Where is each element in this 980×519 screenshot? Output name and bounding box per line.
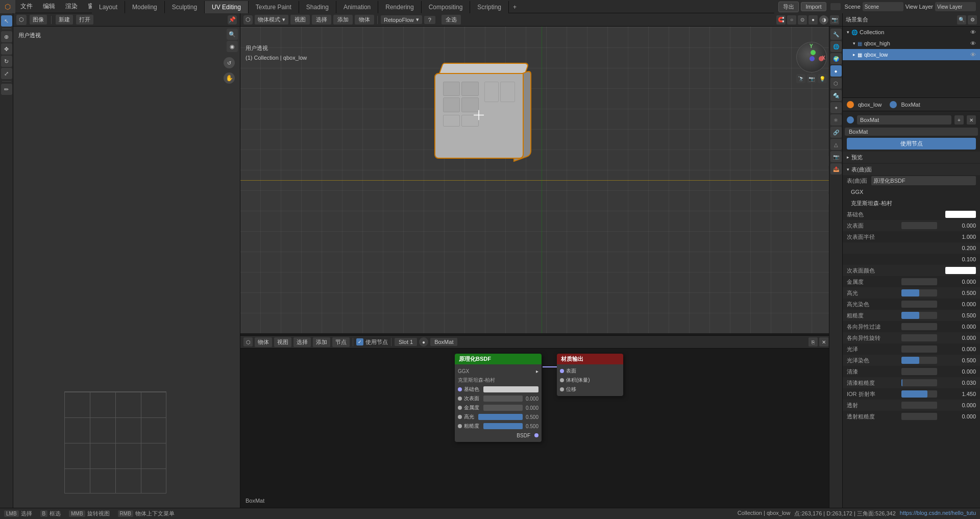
uv-zoom-btn[interactable]: 🔍: [227, 29, 238, 40]
prop-tab-physics[interactable]: ⚛: [830, 114, 842, 126]
scene-tree-qbox-high[interactable]: ▾ ▦ qbox_high 👁: [843, 38, 980, 49]
prop-tab-scene[interactable]: 🌐: [830, 41, 842, 52]
viewport-shading-icon[interactable]: ●: [808, 15, 818, 24]
mat-property-slider-9[interactable]: [901, 312, 937, 319]
tab-texture-paint[interactable]: Texture Paint: [249, 1, 299, 13]
mat-property-slider-15[interactable]: [901, 379, 937, 386]
mat-property-slider-17[interactable]: [901, 402, 937, 409]
tab-sculpting[interactable]: Sculpting: [165, 1, 205, 13]
viewport-view-btn[interactable]: 视图: [290, 15, 310, 24]
viewport-retopo-select[interactable]: RetopoFlow ▾: [381, 15, 422, 24]
viewport-snap-icon[interactable]: 🧲: [776, 15, 786, 24]
viewport-all-btn[interactable]: 全选: [442, 15, 461, 24]
node-use-nodes-check[interactable]: ✓: [356, 338, 363, 345]
mat-property-slider-18[interactable]: [901, 413, 937, 420]
mat-property-slider-13[interactable]: [901, 357, 937, 364]
prop-tab-data[interactable]: △: [830, 139, 842, 150]
prop-tab-object[interactable]: ⬡: [830, 78, 842, 89]
mat-property-slider-7[interactable]: [901, 289, 937, 296]
mat-delete-btn[interactable]: ✕: [967, 115, 976, 125]
mat-property-slider-16[interactable]: [901, 390, 937, 398]
prop-tab-modifier[interactable]: 🔩: [830, 90, 842, 101]
mat-property-slider-11[interactable]: [901, 334, 937, 341]
prop-tab-constraints[interactable]: 🔗: [830, 127, 842, 138]
node-subsurface-bar[interactable]: [483, 396, 523, 402]
tab-compositing[interactable]: Compositing: [422, 1, 471, 13]
mat-property-swatch-0[interactable]: [945, 211, 976, 218]
mat-property-slider-12[interactable]: [901, 345, 937, 353]
node-mat-icon[interactable]: ●: [419, 337, 428, 347]
scene-filter-btn[interactable]: 🔍: [957, 15, 966, 24]
qbox-high-eye-icon[interactable]: 👁: [970, 40, 976, 46]
viewport-mode-select[interactable]: 物体模式 ▾: [255, 15, 288, 24]
tab-modeling[interactable]: Modeling: [125, 1, 165, 13]
prop-tab-output[interactable]: 📤: [830, 163, 842, 175]
view-layer-selector[interactable]: View Layer: [935, 2, 976, 11]
import-button[interactable]: Import: [801, 2, 826, 11]
viewport-render-icon[interactable]: ◑: [819, 15, 828, 24]
node-base-color-swatch[interactable]: [483, 386, 538, 392]
tab-add-button[interactable]: +: [509, 1, 521, 13]
uv-overlay-btn[interactable]: ◉: [227, 41, 238, 52]
uv-pan-btn[interactable]: ✋: [224, 72, 235, 84]
use-nodes-btn[interactable]: 使用节点: [847, 138, 976, 150]
uv-pin-btn[interactable]: 📌: [228, 15, 237, 24]
node-add-btn[interactable]: 添加: [313, 337, 330, 347]
tab-scripting[interactable]: Scripting: [470, 1, 509, 13]
node-select-btn[interactable]: 选择: [293, 337, 311, 347]
tab-uv-editing[interactable]: UV Editing: [205, 1, 249, 13]
node-ggx-expand-icon[interactable]: ▸: [536, 368, 538, 374]
context-menu-key-icon[interactable]: RMB: [118, 510, 133, 517]
mat-property-slider-8[interactable]: [901, 301, 937, 308]
scene-tree-collection[interactable]: ▾ 🌐 Collection 👁: [843, 27, 980, 38]
tab-layout[interactable]: Layout: [92, 1, 125, 13]
uv-mode-btn[interactable]: 图像: [30, 15, 47, 24]
tab-animation[interactable]: Animation: [336, 1, 378, 13]
node-roughness-bar[interactable]: [483, 423, 523, 429]
collection-eye-icon[interactable]: 👁: [970, 29, 976, 35]
uv-rotate-btn[interactable]: ↺: [224, 57, 235, 68]
uv-open-btn[interactable]: 打开: [76, 15, 93, 24]
mat-new-btn[interactable]: +: [954, 115, 964, 125]
node-mat-name[interactable]: BoxMat: [430, 338, 457, 346]
tab-shading[interactable]: Shading: [299, 1, 336, 13]
box-select-key-icon[interactable]: B: [40, 510, 48, 517]
prop-tab-particles[interactable]: ✦: [830, 102, 842, 113]
shader-type-selector[interactable]: 原理化BSDF: [871, 176, 976, 185]
mat-property-slider-6[interactable]: [901, 278, 937, 285]
node-nodes-btn[interactable]: 节点: [332, 337, 350, 347]
prop-tab-material[interactable]: ●: [830, 65, 842, 77]
mat-property-slider-14[interactable]: [901, 368, 937, 375]
prop-tab-tools[interactable]: 🔧: [830, 29, 842, 40]
qbox-low-eye-icon[interactable]: 👁: [970, 52, 976, 58]
gizmo-light-btn[interactable]: 💡: [818, 74, 827, 83]
uv-new-btn[interactable]: 新建: [56, 15, 73, 24]
viewport-select-btn[interactable]: 选择: [312, 15, 331, 24]
node-slot-selector[interactable]: Slot 1: [395, 338, 417, 346]
viewport-object-btn[interactable]: 物体: [355, 15, 374, 24]
prop-tab-world[interactable]: 🌍: [830, 53, 842, 64]
export-button[interactable]: 导出: [778, 2, 799, 12]
mat-name-field[interactable]: BoxMat: [857, 115, 951, 125]
tool-select[interactable]: ↖: [1, 15, 12, 27]
menu-edit[interactable]: 编辑: [38, 0, 60, 13]
gizmo-camera-btn[interactable]: 📷: [807, 74, 816, 83]
rotate-key-icon[interactable]: MMB: [69, 510, 85, 517]
scene-selector[interactable]: Scene: [863, 2, 903, 11]
menu-render[interactable]: 渲染: [60, 0, 83, 13]
select-key-icon[interactable]: LMB: [4, 510, 19, 517]
viewport-proportional-icon[interactable]: ○: [787, 15, 796, 24]
tool-scale[interactable]: ⤢: [1, 68, 12, 79]
tab-rendering[interactable]: Rendering: [378, 1, 421, 13]
scene-settings-btn[interactable]: ⚙: [968, 15, 977, 24]
scene-tree-qbox-low[interactable]: ▸ ▦ qbox_low 👁: [843, 49, 980, 60]
tool-rotate[interactable]: ↻: [1, 56, 12, 67]
mat-preview-header[interactable]: ▸ 预览: [843, 152, 980, 163]
node-specular-bar[interactable]: [478, 414, 523, 420]
prop-tab-render[interactable]: 📷: [830, 151, 842, 162]
viewport-add-btn[interactable]: 添加: [333, 15, 353, 24]
tool-annotate[interactable]: ✏: [1, 84, 12, 95]
node-metallic-bar[interactable]: [483, 405, 523, 411]
viewport-canvas[interactable]: 用户透视 (1) Collection | qbox_low: [240, 27, 842, 333]
gizmo-sphere[interactable]: X Y: [796, 42, 827, 72]
